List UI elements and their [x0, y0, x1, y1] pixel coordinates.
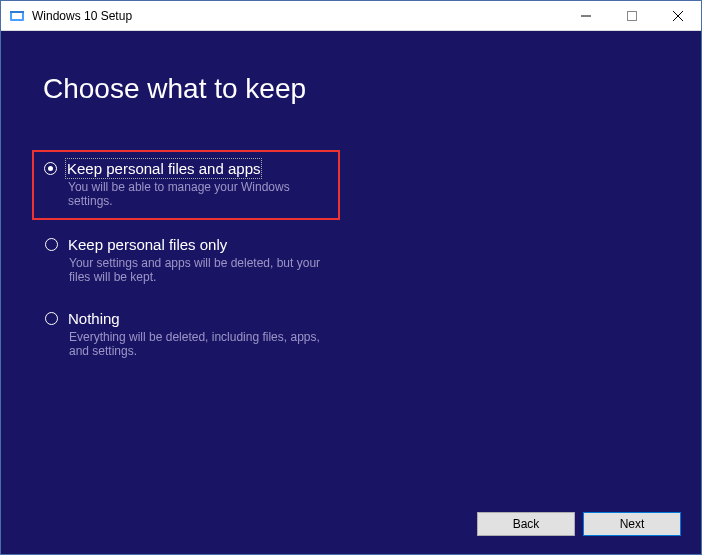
- options-group: Keep personal files and apps You will be…: [1, 105, 701, 368]
- svg-rect-4: [628, 11, 637, 20]
- minimize-button[interactable]: [563, 1, 609, 31]
- option-label: Nothing: [68, 310, 120, 327]
- next-button[interactable]: Next: [583, 512, 681, 536]
- option-description: You will be able to manage your Windows …: [68, 180, 328, 208]
- svg-rect-2: [10, 11, 24, 13]
- maximize-button[interactable]: [609, 1, 655, 31]
- option-description: Your settings and apps will be deleted, …: [69, 256, 333, 284]
- option-label: Keep personal files only: [68, 236, 227, 253]
- option-keep-files-only[interactable]: Keep personal files only Your settings a…: [35, 228, 343, 294]
- option-keep-files-apps[interactable]: Keep personal files and apps You will be…: [32, 150, 340, 220]
- page-heading: Choose what to keep: [1, 31, 701, 105]
- svg-rect-1: [12, 13, 22, 19]
- window-title: Windows 10 Setup: [32, 9, 563, 23]
- radio-icon[interactable]: [44, 162, 57, 175]
- option-nothing[interactable]: Nothing Everything will be deleted, incl…: [35, 302, 343, 368]
- titlebar: Windows 10 Setup: [1, 1, 701, 31]
- footer-buttons: Back Next: [477, 512, 681, 536]
- setup-icon: [9, 8, 25, 24]
- option-description: Everything will be deleted, including fi…: [69, 330, 333, 358]
- back-button[interactable]: Back: [477, 512, 575, 536]
- setup-window: Windows 10 Setup Choose what to keep Kee…: [0, 0, 702, 555]
- content-area: Choose what to keep Keep personal files …: [1, 31, 701, 554]
- radio-icon[interactable]: [45, 238, 58, 251]
- close-button[interactable]: [655, 1, 701, 31]
- radio-icon[interactable]: [45, 312, 58, 325]
- option-label: Keep personal files and apps: [67, 160, 260, 177]
